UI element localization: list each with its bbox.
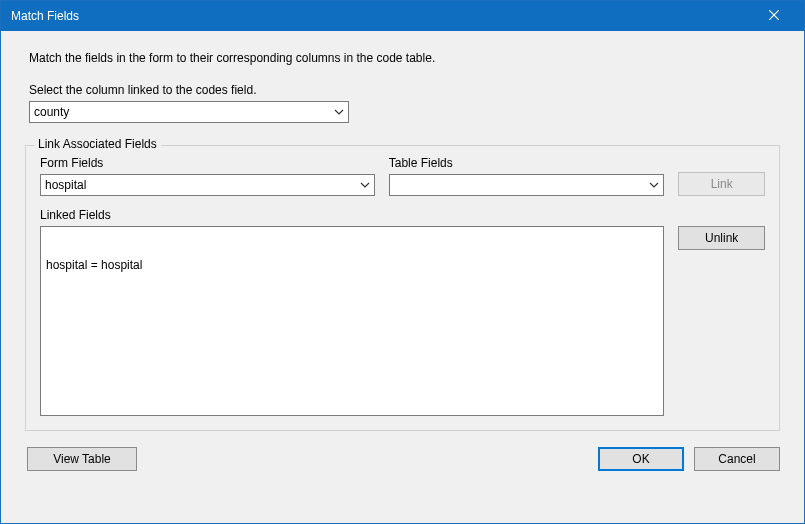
close-button[interactable] <box>751 1 796 31</box>
title-bar: Match Fields <box>1 1 804 31</box>
link-button-label: Link <box>711 177 733 191</box>
form-fields-select[interactable]: hospital <box>40 174 375 196</box>
view-table-label: View Table <box>53 452 111 466</box>
unlink-button-label: Unlink <box>705 231 738 245</box>
cancel-label: Cancel <box>718 452 755 466</box>
list-item[interactable]: hospital = hospital <box>46 258 658 272</box>
dialog-footer: View Table OK Cancel <box>25 447 780 471</box>
table-fields-select[interactable] <box>389 174 665 196</box>
unlink-button[interactable]: Unlink <box>678 226 765 250</box>
view-table-button[interactable]: View Table <box>27 447 137 471</box>
group-legend: Link Associated Fields <box>34 137 161 151</box>
form-fields-value: hospital <box>45 178 86 192</box>
dialog-window: Match Fields Match the fields in the for… <box>0 0 805 524</box>
codes-column-value: county <box>34 105 69 119</box>
ok-button[interactable]: OK <box>598 447 684 471</box>
window-title: Match Fields <box>11 9 751 23</box>
link-button[interactable]: Link <box>678 172 765 196</box>
close-icon <box>769 9 779 23</box>
table-fields-label: Table Fields <box>389 156 665 170</box>
chevron-down-icon <box>334 109 344 115</box>
ok-label: OK <box>632 452 649 466</box>
form-fields-label: Form Fields <box>40 156 375 170</box>
codes-field-label: Select the column linked to the codes fi… <box>29 83 780 97</box>
chevron-down-icon <box>649 182 659 188</box>
instruction-text: Match the fields in the form to their co… <box>29 51 780 65</box>
cancel-button[interactable]: Cancel <box>694 447 780 471</box>
link-associated-fields-group: Link Associated Fields Form Fields hospi… <box>25 145 780 431</box>
linked-fields-listbox[interactable]: hospital = hospital <box>40 226 664 416</box>
linked-fields-label: Linked Fields <box>40 208 765 222</box>
dialog-body: Match the fields in the form to their co… <box>1 31 804 523</box>
codes-column-select[interactable]: county <box>29 101 349 123</box>
chevron-down-icon <box>360 182 370 188</box>
